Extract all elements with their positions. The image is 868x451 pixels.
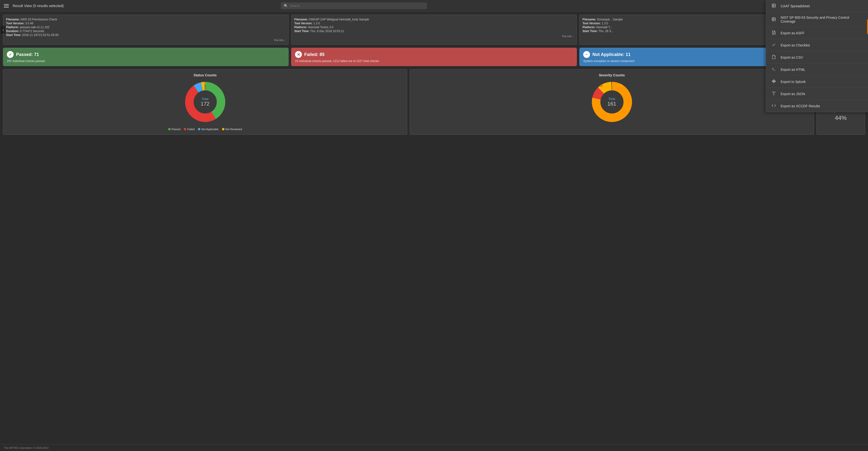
dropdown-item-label-7: Export as JSON (781, 92, 805, 96)
fc0-duration-value: 0.774471 Seconds (20, 29, 44, 33)
fc1-file-info-link[interactable]: File Info ↓ (294, 35, 574, 38)
svg-text:19: 19 (619, 84, 622, 87)
file-cards-row: ‹ Filename: AWS S3 Permissions Check Too… (3, 14, 865, 45)
dropdown-item-5[interactable]: Export as HTML (766, 63, 868, 76)
fc0-platform-value: awsaws-sdk-v2.11.162 (20, 26, 50, 29)
charts-row: Status Counts (3, 69, 865, 135)
legend-nr: Not Reviewed (222, 128, 242, 131)
legend-passed-label: Passed (172, 128, 181, 131)
dropdown-item-label-8: Export as XCCDF Results (781, 104, 820, 108)
hamburger-icon[interactable] (4, 4, 9, 7)
fc2-filename-label: Filename: (583, 18, 596, 21)
severity-total-value: 161 (607, 101, 616, 107)
dropdown-item-8[interactable]: Export as XCCDF Results (766, 100, 868, 112)
fc0-starttime-value: 2018-11-18T21:02:51-05:00 (22, 33, 58, 37)
fc1-starttime-value: Thu, 6 Dec 2018 10:53:11 (310, 29, 344, 33)
severity-donut-chart: 15 19 127 Total 161 (590, 80, 634, 124)
fc2-filename-value: Sonarqub... Sample (597, 18, 623, 21)
svg-text:11: 11 (196, 86, 199, 89)
fc0-toolversion-label: Tool Version: (6, 22, 24, 25)
legend-na-label: Not Applicable (201, 128, 218, 131)
fc1-filename-label: Filename: (294, 18, 308, 21)
na-title: Not Applicable: 11 (592, 52, 630, 57)
fc1-filename-value: OWASP ZAP Webgoat Heimdall_tools Sample (309, 18, 369, 21)
dropdown-item-3[interactable]: Export as Checklist (766, 39, 868, 51)
status-total-label: Total (200, 97, 210, 101)
severity-chart-title: Severity Counts (414, 73, 810, 77)
fc1-toolversion-value: 1.3.0 (313, 22, 320, 25)
dropdown-menu: CAAT SpreadsheetNIST SP 800-53 Security … (766, 12, 868, 112)
legend-nr-label: Not Reviewed (225, 128, 242, 131)
search-bar: 🔍 (281, 2, 427, 9)
dropdown-item-label-4: Export as CSV (781, 56, 803, 59)
dropdown-item-1[interactable]: NIST SP 800-53 Security and Privacy Cont… (766, 12, 868, 27)
status-chart-title: Status Counts (7, 73, 403, 77)
fc2-starttime-value: Thu, 26 S... (598, 29, 614, 33)
failed-subtitle: 15 individual checks passed, 1212 failed… (295, 59, 573, 63)
status-chart-legend: Passed Failed Not Applicable Not Re (168, 128, 242, 131)
status-donut-chart: 11 5 71 Total 172 (183, 80, 227, 124)
fc1-starttime-label: Start Time: (294, 29, 309, 33)
dropdown-item-2[interactable]: Export as ASFF (766, 27, 868, 39)
main-content: ‹ Filename: AWS S3 Permissions Check Too… (0, 12, 868, 444)
footer: The MITRE Corporation © 2018-2022 (0, 444, 868, 451)
fc0-platform-label: Platform: (6, 26, 19, 29)
status-chart-card: Status Counts (3, 69, 407, 135)
header: Result View (5 results selected) 🔍 ? (0, 0, 868, 12)
fc0-filename-label: Filename: (6, 18, 20, 21)
passed-subtitle: 297 individual checks passed (7, 59, 285, 63)
fc2-starttime-label: Start Time: (583, 29, 597, 33)
fc0-duration-label: Duration: (6, 29, 19, 33)
dropdown-item-label-2: Export as ASFF (781, 31, 804, 35)
status-total-value: 172 (200, 101, 210, 107)
dropdown-item-icon-5 (771, 67, 777, 72)
svg-text:15: 15 (599, 85, 602, 87)
dropdown-item-label-1: NIST SP 800-53 Security and Privacy Cont… (781, 15, 863, 23)
file-card-0: Filename: AWS S3 Permissions Check Tool … (3, 14, 289, 45)
svg-text:5: 5 (204, 82, 206, 85)
fc0-starttime-label: Start Time: (6, 33, 21, 37)
failed-title: Failed: 85 (304, 52, 324, 57)
dropdown-accent (867, 20, 868, 34)
fc1-platform-label: Platform: (294, 26, 307, 29)
dropdown-item-icon-3 (771, 42, 777, 48)
dropdown-item-6[interactable]: Export to Splunk (766, 76, 868, 88)
fc0-toolversion-value: 3.0.46 (25, 22, 33, 25)
legend-failed-label: Failed (187, 128, 194, 131)
legend-passed: Passed (168, 128, 181, 131)
na-icon: – (583, 51, 590, 58)
dropdown-item-4[interactable]: Export as CSV (766, 51, 868, 63)
dropdown-item-icon-6 (771, 79, 777, 84)
dropdown-item-icon-7 (771, 91, 777, 96)
fc0-file-info-link[interactable]: File Info ↓ (6, 39, 285, 42)
status-card-passed: ✓ Passed: 71 297 individual checks passe… (3, 48, 289, 66)
legend-na: Not Applicable (198, 128, 218, 131)
dropdown-item-label-6: Export to Splunk (781, 80, 806, 84)
dropdown-item-icon-4 (771, 55, 777, 60)
fc1-toolversion-label: Tool Version: (294, 22, 313, 25)
search-input[interactable] (290, 4, 424, 7)
page-title: Result View (5 results selected) (13, 4, 64, 8)
left-panel: ‹ Filename: AWS S3 Permissions Check Too… (0, 12, 868, 444)
compliance-value: 44% (835, 115, 846, 121)
passed-title: Passed: 71 (16, 52, 39, 57)
svg-text:127: 127 (610, 119, 614, 121)
severity-chart-card: Severity Counts 15 (410, 69, 814, 135)
severity-total-label: Total (607, 97, 616, 101)
fc0-filename-value: AWS S3 Permissions Check (21, 18, 57, 21)
dropdown-item-label-3: Export as Checklist (781, 43, 810, 47)
prev-arrow[interactable]: ‹ (1, 26, 6, 34)
fc2-toolversion-value: 1.3.0 (601, 22, 608, 25)
dropdown-item-7[interactable]: Export as JSON (766, 88, 868, 100)
legend-failed: Failed (184, 128, 194, 131)
search-icon: 🔍 (284, 4, 288, 8)
svg-text:71: 71 (219, 103, 222, 106)
status-card-failed: ✕ Failed: 85 15 individual checks passed… (291, 48, 577, 66)
failed-icon: ✕ (295, 51, 302, 58)
fc2-toolversion-label: Tool Version: (583, 22, 601, 25)
dropdown-item-icon-2 (771, 30, 777, 35)
dropdown-item-icon-1 (771, 17, 777, 22)
passed-icon: ✓ (7, 51, 13, 58)
status-cards-row: ✓ Passed: 71 297 individual checks passe… (3, 48, 865, 66)
dropdown-item-icon-8 (771, 103, 777, 108)
